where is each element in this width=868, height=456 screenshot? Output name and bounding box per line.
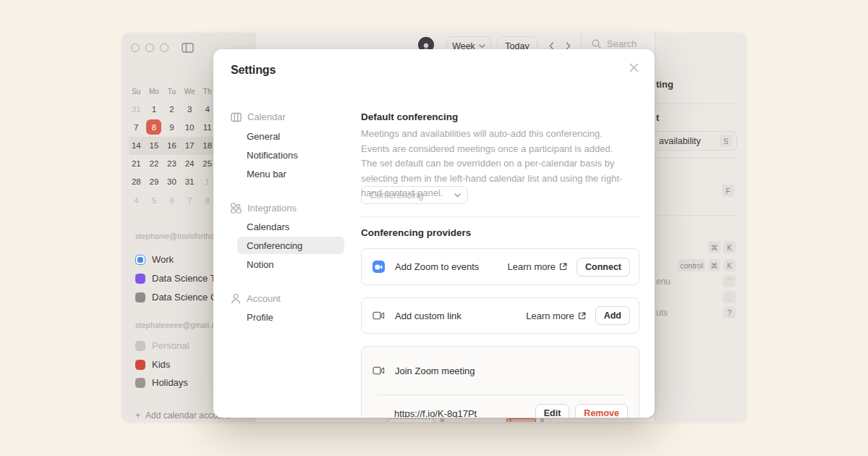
mini-cal-date[interactable]: 7 — [181, 196, 199, 205]
nav-item-general[interactable]: General — [247, 131, 280, 142]
mini-cal-date[interactable]: 17 — [181, 141, 199, 150]
shortcut-row: enu ` — [656, 275, 736, 287]
zoom-icon — [373, 261, 385, 273]
mini-cal-header-row: Su Mo Tu We Th — [127, 83, 221, 100]
calendar-list-item-holidays[interactable]: Holidays — [135, 377, 188, 388]
nav-item-profile[interactable]: Profile — [247, 312, 273, 323]
day-header: Su — [127, 88, 145, 96]
peek-event-dashed — [388, 418, 434, 422]
peek-event-tick — [441, 418, 444, 422]
nav-item-menu-bar[interactable]: Menu bar — [247, 169, 286, 180]
shortcut-key-f: F — [722, 185, 734, 197]
integrations-icon — [231, 203, 242, 214]
remove-button[interactable]: Remove — [575, 404, 628, 418]
chevron-down-icon — [479, 44, 485, 48]
chevron-right-icon — [566, 42, 571, 50]
settings-modal: Settings Calendar General Notifications … — [213, 49, 655, 418]
calendar-color-checkbox[interactable] — [135, 255, 145, 265]
nav-item-notion[interactable]: Notion — [247, 259, 274, 270]
nav-group-account: Account — [231, 293, 281, 304]
shortcut-row: uts ? — [656, 306, 736, 318]
chevron-down-icon — [454, 193, 461, 198]
page: Su Mo Tu We Th 31 1 2 3 4 7 8 9 10 11 — [0, 0, 868, 456]
shortcut-key-s: S — [720, 135, 732, 147]
sidebar-toggle-icon[interactable] — [182, 43, 194, 53]
panel-subtitle-fragment: t — [656, 112, 659, 123]
mini-cal-date[interactable]: 10 — [181, 123, 199, 132]
calendar-grid-sliver: 9 — [256, 417, 655, 422]
conferencing-dropdown[interactable]: Conferencing — [361, 186, 468, 204]
calendar-color-checkbox[interactable] — [135, 274, 145, 284]
external-link-icon — [578, 312, 586, 320]
search-field[interactable]: Search — [592, 38, 637, 49]
mini-cal-date[interactable]: 29 — [145, 177, 163, 186]
share-availability-button[interactable]: availability S — [647, 131, 737, 151]
mini-cal-date[interactable]: 14 — [127, 141, 145, 150]
divider — [655, 215, 736, 216]
command-key: ⌘ — [708, 241, 720, 253]
mini-cal-date[interactable]: 1 — [145, 105, 163, 114]
nav-group-calendar: Calendar — [231, 111, 286, 122]
calendar-color-checkbox[interactable] — [135, 360, 145, 370]
mini-cal-date[interactable]: 22 — [145, 159, 163, 168]
close-icon[interactable] — [627, 61, 640, 74]
day-header: We — [181, 88, 199, 96]
search-icon — [592, 39, 601, 48]
window-close-button[interactable] — [131, 43, 140, 52]
window-minimize-button[interactable] — [145, 43, 154, 52]
divider — [655, 104, 736, 104]
mini-cal-date[interactable]: 23 — [163, 159, 181, 168]
section-title-default-conferencing: Default conferencing — [361, 111, 458, 122]
plus-icon: + — [135, 410, 140, 421]
calendar-color-checkbox[interactable] — [135, 378, 145, 388]
video-camera-icon — [373, 366, 385, 375]
window-zoom-button[interactable] — [160, 43, 169, 52]
mini-cal-date[interactable]: 16 — [163, 141, 181, 150]
custom-link-url: https://f.io/K-8g17Pt — [394, 408, 477, 418]
mini-cal-date[interactable]: 6 — [163, 196, 181, 205]
mini-cal-date[interactable]: 7 — [127, 123, 145, 132]
peek-event-red: 9 — [506, 418, 536, 422]
nav-item-conferencing[interactable]: Conferencing — [247, 240, 302, 251]
panel-title-fragment: ting — [656, 79, 673, 90]
mini-cal-date[interactable]: 4 — [127, 196, 145, 205]
add-button[interactable]: Add — [595, 306, 630, 325]
provider-card-zoom: Add Zoom to events Learn more Connect — [361, 248, 639, 285]
edit-button[interactable]: Edit — [535, 404, 570, 418]
day-header: Tu — [163, 88, 181, 96]
external-link-icon — [559, 263, 567, 271]
mini-calendar: Su Mo Tu We Th 31 1 2 3 4 7 8 9 10 11 — [127, 83, 221, 209]
command-key: ⌘ — [708, 259, 720, 271]
nav-item-notifications[interactable]: Notifications — [247, 150, 298, 161]
mini-cal-date[interactable]: 5 — [145, 196, 163, 205]
provider-card-custom-link: Add custom link Learn more Add — [361, 297, 639, 334]
mini-cal-date[interactable]: 3 — [181, 105, 199, 114]
nav-group-integrations: Integrations — [231, 203, 297, 214]
mini-cal-date[interactable]: 28 — [127, 177, 145, 186]
mini-cal-date[interactable]: 21 — [127, 159, 145, 168]
video-camera-icon — [373, 311, 385, 320]
mini-cal-date-today[interactable]: 8 — [145, 119, 163, 135]
calendar-icon — [231, 112, 242, 122]
peek-event-tick — [540, 418, 544, 422]
nav-item-calendars[interactable]: Calendars — [247, 221, 289, 232]
calendar-color-checkbox[interactable] — [135, 292, 145, 303]
window-controls — [131, 43, 194, 53]
learn-more-link[interactable]: Learn more — [526, 311, 585, 321]
calendar-list-item-work[interactable]: Work — [135, 254, 174, 265]
mini-cal-date[interactable]: 9 — [163, 123, 181, 132]
mini-cal-date[interactable]: 31 — [181, 177, 199, 186]
account-icon — [231, 293, 241, 304]
mini-cal-date[interactable]: 15 — [145, 141, 163, 150]
mini-cal-date[interactable]: 2 — [163, 105, 181, 114]
right-context-panel — [655, 33, 746, 422]
calendar-list-item-kids[interactable]: Kids — [135, 359, 170, 370]
calendar-color-checkbox[interactable] — [135, 341, 145, 351]
divider — [361, 216, 639, 217]
mini-cal-date[interactable]: 30 — [163, 177, 181, 186]
mini-cal-date[interactable]: 24 — [181, 159, 199, 168]
mini-cal-date[interactable]: 31 — [127, 105, 145, 114]
learn-more-link[interactable]: Learn more — [508, 261, 567, 272]
calendar-list-item-personal[interactable]: Personal — [135, 340, 189, 351]
connect-button[interactable]: Connect — [576, 258, 630, 276]
